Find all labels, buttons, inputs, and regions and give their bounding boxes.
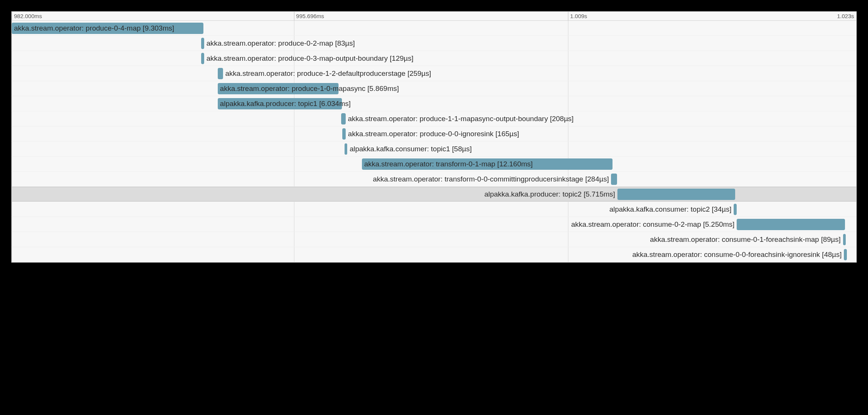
span-label: akka.stream.operator: produce-0-3-map-ou… (204, 51, 416, 66)
time-tick-label: 982.000ms (12, 13, 42, 19)
span-row[interactable]: akka.stream.operator: produce-0-2-map [8… (12, 36, 856, 51)
time-tick-label: 1.009s (568, 13, 587, 19)
tick-line (12, 12, 12, 20)
span-label: alpakka.kafka.producer: topic1 [6.034ms] (218, 96, 353, 111)
tick-line (568, 12, 568, 20)
span-label: akka.stream.operator: transform-0-0-comm… (371, 172, 611, 187)
span-label: akka.stream.operator: produce-1-2-defaul… (223, 66, 433, 81)
span-row[interactable]: akka.stream.operator: produce-0-0-ignore… (12, 126, 856, 141)
span-bar[interactable] (737, 219, 845, 230)
time-tick: 982.000ms (12, 12, 42, 20)
span-label: akka.stream.operator: consume-0-2-map [5… (569, 217, 737, 232)
time-axis[interactable]: 982.000ms995.696ms1.009s1.023s (12, 12, 856, 21)
span-row[interactable]: akka.stream.operator: produce-1-1-mapasy… (12, 111, 856, 126)
span-label: akka.stream.operator: produce-1-0-mapasy… (218, 81, 401, 96)
span-row[interactable]: alpakka.kafka.producer: topic2 [5.715ms] (12, 187, 856, 202)
span-row[interactable]: akka.stream.operator: produce-1-0-mapasy… (12, 81, 856, 96)
span-row[interactable]: alpakka.kafka.consumer: topic2 [34µs] (12, 202, 856, 217)
span-row[interactable]: akka.stream.operator: consume-0-0-foreac… (12, 247, 856, 262)
time-tick: 995.696ms (294, 12, 324, 20)
span-row[interactable]: alpakka.kafka.consumer: topic1 [58µs] (12, 141, 856, 157)
tick-line (294, 12, 294, 20)
span-row[interactable]: akka.stream.operator: produce-1-2-defaul… (12, 66, 856, 81)
span-row[interactable]: akka.stream.operator: consume-0-2-map [5… (12, 217, 856, 232)
span-bar[interactable] (218, 68, 223, 79)
span-bar[interactable] (843, 234, 846, 245)
span-row[interactable]: akka.stream.operator: produce-0-3-map-ou… (12, 51, 856, 66)
span-rows-container: akka.stream.operator: produce-0-4-map [9… (12, 21, 856, 262)
span-label: alpakka.kafka.producer: topic2 [5.715ms] (482, 187, 617, 202)
span-bar[interactable] (617, 189, 735, 200)
span-label: akka.stream.operator: produce-0-0-ignore… (346, 126, 521, 141)
span-row[interactable]: akka.stream.operator: consume-0-1-foreac… (12, 232, 856, 247)
span-label: akka.stream.operator: transform-0-1-map … (362, 157, 535, 172)
span-bar[interactable] (611, 174, 617, 185)
span-label: alpakka.kafka.consumer: topic1 [58µs] (347, 141, 474, 157)
span-bar[interactable] (201, 38, 204, 49)
span-row[interactable]: akka.stream.operator: produce-0-4-map [9… (12, 21, 856, 36)
span-bar[interactable] (345, 143, 348, 155)
time-tick: 1.009s (568, 12, 587, 20)
span-bar[interactable] (201, 53, 204, 64)
span-label: akka.stream.operator: produce-1-1-mapasy… (346, 111, 576, 126)
span-label: akka.stream.operator: produce-0-2-map [8… (204, 36, 357, 51)
span-row[interactable]: akka.stream.operator: transform-0-1-map … (12, 157, 856, 172)
span-bar[interactable] (342, 128, 346, 140)
span-label: akka.stream.operator: consume-0-0-foreac… (630, 247, 844, 262)
span-bar[interactable] (734, 204, 737, 215)
span-label: alpakka.kafka.consumer: topic2 [34µs] (607, 202, 734, 217)
span-label: akka.stream.operator: consume-0-1-foreac… (648, 232, 843, 247)
trace-viewer[interactable]: 982.000ms995.696ms1.009s1.023s akka.stre… (11, 11, 857, 263)
span-row[interactable]: akka.stream.operator: transform-0-0-comm… (12, 172, 856, 187)
tick-line (856, 12, 857, 20)
time-tick-label: 1.023s (837, 13, 854, 19)
span-row[interactable]: alpakka.kafka.producer: topic1 [6.034ms] (12, 96, 856, 111)
span-bar[interactable] (341, 113, 345, 124)
span-label: akka.stream.operator: produce-0-4-map [9… (12, 21, 177, 36)
span-bar[interactable] (844, 249, 847, 260)
gridline (856, 21, 857, 262)
time-tick-label: 995.696ms (294, 13, 324, 19)
